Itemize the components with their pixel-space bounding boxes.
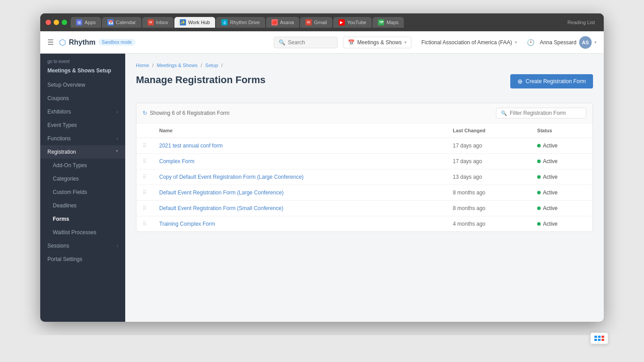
drag-handle-cell: ⠿ <box>136 138 153 154</box>
sidebar-item-setup-overview[interactable]: Setup Overview <box>40 78 125 92</box>
sidebar-item-functions[interactable]: Functions ‹ <box>40 132 125 145</box>
status-dot <box>537 160 541 163</box>
col-drag <box>136 123 153 138</box>
sidebar-item-forms[interactable]: Forms <box>40 212 125 226</box>
status-dot <box>537 144 541 147</box>
search-input[interactable] <box>288 39 333 46</box>
form-name-cell: Complex Form <box>153 154 447 169</box>
filter-input-area[interactable]: 🔍 <box>496 108 586 118</box>
sessions-chevron-icon: ‹ <box>117 244 118 248</box>
sidebar-item-custom-fields[interactable]: Custom Fields <box>40 185 125 199</box>
drag-handle-cell: ⠿ <box>136 216 153 232</box>
refresh-icon[interactable]: ↻ <box>143 110 147 116</box>
gmail-tab-label: Gmail <box>314 20 327 25</box>
table-body: ⠿ 2021 test annual conf form 17 days ago… <box>136 138 593 232</box>
sidebar-item-waitlist-processes[interactable]: Waitlist Processes <box>40 226 125 239</box>
sidebar-item-sessions[interactable]: Sessions ‹ <box>40 239 125 253</box>
create-registration-form-button[interactable]: ⊕ Create Registration Form <box>510 74 593 88</box>
rhythm-tab-label: Rhythm Drive <box>230 20 260 25</box>
registration-chevron-icon: ˅ <box>116 150 118 155</box>
tab-apps[interactable]: ⊞ Apps <box>71 17 101 28</box>
status-cell: Active <box>531 138 593 154</box>
custom-fields-label: Custom Fields <box>53 189 87 195</box>
table-row[interactable]: ⠿ Training Complex Form 4 months ago Act… <box>136 216 593 232</box>
status-label: Active <box>543 205 558 211</box>
sidebar-item-add-on-types[interactable]: Add-On Types <box>40 159 125 172</box>
tab-youtube[interactable]: ▶ YouTube <box>333 17 372 28</box>
page-title: Manage Registration Forms <box>136 74 266 86</box>
functions-chevron-icon: ‹ <box>117 136 118 141</box>
sidebar-back-link[interactable]: go to event <box>40 54 125 66</box>
breadcrumb-meetings[interactable]: Meetings & Shows <box>157 63 198 68</box>
table-row[interactable]: ⠿ Copy of Default Event Registration For… <box>136 169 593 185</box>
tab-asana[interactable]: 🔴 Asana <box>266 17 299 28</box>
tab-inbox[interactable]: ✉ Inbox <box>142 17 174 28</box>
status-cell: Active <box>531 169 593 185</box>
gmail-tab-icon: ✉ <box>305 19 312 25</box>
portal-settings-label: Portal Settings <box>47 256 82 262</box>
event-types-label: Event Types <box>47 122 77 128</box>
sidebar-item-portal-settings[interactable]: Portal Settings <box>40 253 125 266</box>
filter-input[interactable] <box>510 110 581 116</box>
asana-tab-label: Asana <box>280 20 294 25</box>
reading-list-link[interactable]: Reading List <box>564 18 598 27</box>
minimize-dot[interactable] <box>54 20 59 25</box>
status-label: Active <box>543 158 558 164</box>
breadcrumb-home[interactable]: Home <box>136 63 149 68</box>
app-header: ☰ ⬡ Rhythm Sandbox mode 🔍 📅 Meetings & S… <box>40 31 604 54</box>
table-row[interactable]: ⠿ Default Event Registration Form (Small… <box>136 201 593 216</box>
status-label: Active <box>543 221 558 227</box>
table-row[interactable]: ⠿ Complex Form 17 days ago Active <box>136 154 593 169</box>
tab-maps[interactable]: 🗺 Maps <box>373 17 404 28</box>
org-selector[interactable]: Fictional Association of America (FAA) ▾ <box>417 37 521 48</box>
drag-handle-cell: ⠿ <box>136 169 153 185</box>
tab-calendar[interactable]: 📅 Calendar <box>102 17 141 28</box>
status-cell: Active <box>531 185 593 201</box>
header-search[interactable]: 🔍 <box>274 37 338 48</box>
sidebar-item-deadlines[interactable]: Deadlines <box>40 199 125 212</box>
logo-text: Rhythm <box>69 38 96 46</box>
hamburger-icon[interactable]: ☰ <box>47 38 54 46</box>
last-changed-cell: 4 months ago <box>447 216 531 232</box>
add-on-types-label: Add-On Types <box>53 162 87 168</box>
drag-handle-icon: ⠿ <box>143 158 147 164</box>
drag-handle-icon: ⠿ <box>143 221 147 227</box>
sandbox-badge: Sandbox mode <box>98 39 136 46</box>
tab-gmail[interactable]: ✉ Gmail <box>300 17 332 28</box>
back-label: go to event <box>47 59 69 64</box>
drag-handle-cell: ⠿ <box>136 201 153 216</box>
rhythm-tab-icon: 💧 <box>221 19 228 25</box>
tab-rhythm-drive[interactable]: 💧 Rhythm Drive <box>216 17 265 28</box>
bottom-widget[interactable] <box>590 333 608 335</box>
setup-overview-label: Setup Overview <box>47 82 85 88</box>
sidebar-item-categories[interactable]: Categories <box>40 172 125 185</box>
deadlines-label: Deadlines <box>53 202 76 209</box>
close-dot[interactable] <box>46 20 51 25</box>
drag-handle-icon: ⠿ <box>143 189 147 196</box>
reading-list-label: Reading List <box>568 20 595 25</box>
filter-search-icon: 🔍 <box>501 110 507 116</box>
table-row[interactable]: ⠿ 2021 test annual conf form 17 days ago… <box>136 138 593 154</box>
breadcrumb-setup[interactable]: Setup <box>205 63 218 68</box>
drag-handle-icon: ⠿ <box>143 143 147 149</box>
table-row[interactable]: ⠿ Default Event Registration Form (Large… <box>136 185 593 201</box>
forms-label: Forms <box>53 216 69 222</box>
table-toolbar: ↻ Showing 6 of 6 Registration Form 🔍 <box>136 103 593 123</box>
event-selector[interactable]: 📅 Meetings & Shows ▾ <box>343 37 411 48</box>
sidebar-item-coupons[interactable]: Coupons <box>40 92 125 105</box>
work-tab-label: Work Hub <box>188 20 210 25</box>
forms-table: Name Last Changed Status ⠿ 2021 test ann… <box>136 123 593 232</box>
user-name-label: Anna Spessard <box>540 39 576 46</box>
calendar-small-icon: 📅 <box>348 39 355 46</box>
tab-work-hub[interactable]: ✨ Work Hub <box>174 17 216 28</box>
sidebar-item-exhibitors[interactable]: Exhibitors ‹ <box>40 105 125 118</box>
col-name: Name <box>153 123 447 138</box>
sidebar-item-event-types[interactable]: Event Types <box>40 118 125 132</box>
last-changed-cell: 17 days ago <box>447 138 531 154</box>
sidebar-item-registration[interactable]: Registration ˅ <box>40 145 125 159</box>
table-count: ↻ Showing 6 of 6 Registration Form <box>143 110 229 116</box>
plus-icon: ⊕ <box>517 78 523 85</box>
user-area[interactable]: Anna Spessard AS ▾ <box>540 36 597 49</box>
drag-handle-icon: ⠿ <box>143 205 147 211</box>
maximize-dot[interactable] <box>62 20 67 25</box>
